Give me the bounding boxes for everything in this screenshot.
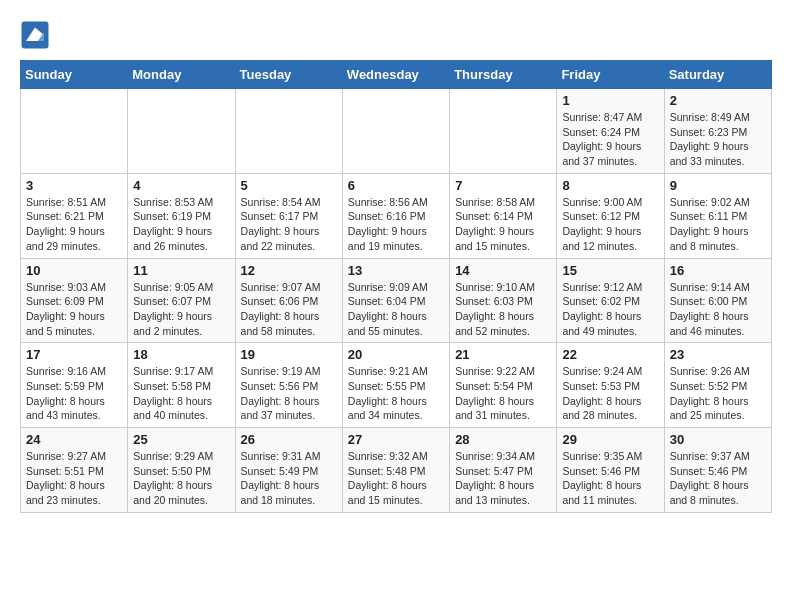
calendar-cell: 26Sunrise: 9:31 AM Sunset: 5:49 PM Dayli… bbox=[235, 428, 342, 513]
day-info: Sunrise: 9:19 AM Sunset: 5:56 PM Dayligh… bbox=[241, 364, 337, 423]
calendar-cell: 15Sunrise: 9:12 AM Sunset: 6:02 PM Dayli… bbox=[557, 258, 664, 343]
day-number: 27 bbox=[348, 432, 444, 447]
calendar-cell: 18Sunrise: 9:17 AM Sunset: 5:58 PM Dayli… bbox=[128, 343, 235, 428]
calendar-week-row: 1Sunrise: 8:47 AM Sunset: 6:24 PM Daylig… bbox=[21, 89, 772, 174]
day-info: Sunrise: 9:09 AM Sunset: 6:04 PM Dayligh… bbox=[348, 280, 444, 339]
calendar-cell: 3Sunrise: 8:51 AM Sunset: 6:21 PM Daylig… bbox=[21, 173, 128, 258]
day-number: 3 bbox=[26, 178, 122, 193]
weekday-header: Saturday bbox=[664, 61, 771, 89]
day-number: 21 bbox=[455, 347, 551, 362]
calendar-week-row: 3Sunrise: 8:51 AM Sunset: 6:21 PM Daylig… bbox=[21, 173, 772, 258]
calendar-cell: 1Sunrise: 8:47 AM Sunset: 6:24 PM Daylig… bbox=[557, 89, 664, 174]
calendar-cell bbox=[342, 89, 449, 174]
calendar-cell: 6Sunrise: 8:56 AM Sunset: 6:16 PM Daylig… bbox=[342, 173, 449, 258]
day-info: Sunrise: 9:16 AM Sunset: 5:59 PM Dayligh… bbox=[26, 364, 122, 423]
day-info: Sunrise: 8:49 AM Sunset: 6:23 PM Dayligh… bbox=[670, 110, 766, 169]
day-number: 13 bbox=[348, 263, 444, 278]
logo bbox=[20, 20, 54, 50]
calendar-cell: 28Sunrise: 9:34 AM Sunset: 5:47 PM Dayli… bbox=[450, 428, 557, 513]
weekday-header: Wednesday bbox=[342, 61, 449, 89]
calendar-cell: 10Sunrise: 9:03 AM Sunset: 6:09 PM Dayli… bbox=[21, 258, 128, 343]
day-number: 29 bbox=[562, 432, 658, 447]
day-number: 9 bbox=[670, 178, 766, 193]
calendar-cell: 25Sunrise: 9:29 AM Sunset: 5:50 PM Dayli… bbox=[128, 428, 235, 513]
calendar-cell: 11Sunrise: 9:05 AM Sunset: 6:07 PM Dayli… bbox=[128, 258, 235, 343]
day-info: Sunrise: 8:53 AM Sunset: 6:19 PM Dayligh… bbox=[133, 195, 229, 254]
weekday-header: Tuesday bbox=[235, 61, 342, 89]
day-info: Sunrise: 9:32 AM Sunset: 5:48 PM Dayligh… bbox=[348, 449, 444, 508]
day-info: Sunrise: 9:00 AM Sunset: 6:12 PM Dayligh… bbox=[562, 195, 658, 254]
day-number: 8 bbox=[562, 178, 658, 193]
day-info: Sunrise: 9:14 AM Sunset: 6:00 PM Dayligh… bbox=[670, 280, 766, 339]
day-number: 16 bbox=[670, 263, 766, 278]
calendar-cell: 2Sunrise: 8:49 AM Sunset: 6:23 PM Daylig… bbox=[664, 89, 771, 174]
day-number: 4 bbox=[133, 178, 229, 193]
day-number: 25 bbox=[133, 432, 229, 447]
day-info: Sunrise: 8:51 AM Sunset: 6:21 PM Dayligh… bbox=[26, 195, 122, 254]
weekday-header: Monday bbox=[128, 61, 235, 89]
day-info: Sunrise: 8:47 AM Sunset: 6:24 PM Dayligh… bbox=[562, 110, 658, 169]
day-info: Sunrise: 9:35 AM Sunset: 5:46 PM Dayligh… bbox=[562, 449, 658, 508]
day-info: Sunrise: 9:12 AM Sunset: 6:02 PM Dayligh… bbox=[562, 280, 658, 339]
day-number: 23 bbox=[670, 347, 766, 362]
weekday-header: Friday bbox=[557, 61, 664, 89]
page-header bbox=[20, 20, 772, 50]
day-number: 6 bbox=[348, 178, 444, 193]
day-number: 2 bbox=[670, 93, 766, 108]
day-info: Sunrise: 9:37 AM Sunset: 5:46 PM Dayligh… bbox=[670, 449, 766, 508]
day-number: 7 bbox=[455, 178, 551, 193]
calendar-cell: 14Sunrise: 9:10 AM Sunset: 6:03 PM Dayli… bbox=[450, 258, 557, 343]
day-info: Sunrise: 9:03 AM Sunset: 6:09 PM Dayligh… bbox=[26, 280, 122, 339]
calendar-week-row: 10Sunrise: 9:03 AM Sunset: 6:09 PM Dayli… bbox=[21, 258, 772, 343]
calendar-table: SundayMondayTuesdayWednesdayThursdayFrid… bbox=[20, 60, 772, 513]
day-info: Sunrise: 9:34 AM Sunset: 5:47 PM Dayligh… bbox=[455, 449, 551, 508]
calendar-body: 1Sunrise: 8:47 AM Sunset: 6:24 PM Daylig… bbox=[21, 89, 772, 513]
day-info: Sunrise: 9:27 AM Sunset: 5:51 PM Dayligh… bbox=[26, 449, 122, 508]
calendar-cell: 22Sunrise: 9:24 AM Sunset: 5:53 PM Dayli… bbox=[557, 343, 664, 428]
calendar-cell: 4Sunrise: 8:53 AM Sunset: 6:19 PM Daylig… bbox=[128, 173, 235, 258]
calendar-cell: 29Sunrise: 9:35 AM Sunset: 5:46 PM Dayli… bbox=[557, 428, 664, 513]
day-info: Sunrise: 8:56 AM Sunset: 6:16 PM Dayligh… bbox=[348, 195, 444, 254]
weekday-header: Sunday bbox=[21, 61, 128, 89]
weekday-row: SundayMondayTuesdayWednesdayThursdayFrid… bbox=[21, 61, 772, 89]
calendar-cell: 5Sunrise: 8:54 AM Sunset: 6:17 PM Daylig… bbox=[235, 173, 342, 258]
day-info: Sunrise: 9:29 AM Sunset: 5:50 PM Dayligh… bbox=[133, 449, 229, 508]
day-number: 14 bbox=[455, 263, 551, 278]
calendar-cell: 30Sunrise: 9:37 AM Sunset: 5:46 PM Dayli… bbox=[664, 428, 771, 513]
calendar-cell: 9Sunrise: 9:02 AM Sunset: 6:11 PM Daylig… bbox=[664, 173, 771, 258]
day-number: 12 bbox=[241, 263, 337, 278]
day-info: Sunrise: 9:26 AM Sunset: 5:52 PM Dayligh… bbox=[670, 364, 766, 423]
day-number: 28 bbox=[455, 432, 551, 447]
calendar-header: SundayMondayTuesdayWednesdayThursdayFrid… bbox=[21, 61, 772, 89]
day-info: Sunrise: 9:22 AM Sunset: 5:54 PM Dayligh… bbox=[455, 364, 551, 423]
calendar-cell: 19Sunrise: 9:19 AM Sunset: 5:56 PM Dayli… bbox=[235, 343, 342, 428]
calendar-cell bbox=[128, 89, 235, 174]
calendar-cell: 27Sunrise: 9:32 AM Sunset: 5:48 PM Dayli… bbox=[342, 428, 449, 513]
calendar-cell: 16Sunrise: 9:14 AM Sunset: 6:00 PM Dayli… bbox=[664, 258, 771, 343]
calendar-cell: 7Sunrise: 8:58 AM Sunset: 6:14 PM Daylig… bbox=[450, 173, 557, 258]
day-number: 30 bbox=[670, 432, 766, 447]
day-number: 24 bbox=[26, 432, 122, 447]
day-number: 19 bbox=[241, 347, 337, 362]
day-number: 5 bbox=[241, 178, 337, 193]
calendar-cell: 21Sunrise: 9:22 AM Sunset: 5:54 PM Dayli… bbox=[450, 343, 557, 428]
day-number: 20 bbox=[348, 347, 444, 362]
day-number: 22 bbox=[562, 347, 658, 362]
day-number: 26 bbox=[241, 432, 337, 447]
day-number: 10 bbox=[26, 263, 122, 278]
calendar-cell: 8Sunrise: 9:00 AM Sunset: 6:12 PM Daylig… bbox=[557, 173, 664, 258]
day-info: Sunrise: 9:17 AM Sunset: 5:58 PM Dayligh… bbox=[133, 364, 229, 423]
weekday-header: Thursday bbox=[450, 61, 557, 89]
calendar-cell: 12Sunrise: 9:07 AM Sunset: 6:06 PM Dayli… bbox=[235, 258, 342, 343]
day-number: 1 bbox=[562, 93, 658, 108]
day-info: Sunrise: 9:24 AM Sunset: 5:53 PM Dayligh… bbox=[562, 364, 658, 423]
day-number: 15 bbox=[562, 263, 658, 278]
calendar-week-row: 24Sunrise: 9:27 AM Sunset: 5:51 PM Dayli… bbox=[21, 428, 772, 513]
day-number: 17 bbox=[26, 347, 122, 362]
day-info: Sunrise: 9:02 AM Sunset: 6:11 PM Dayligh… bbox=[670, 195, 766, 254]
day-info: Sunrise: 8:54 AM Sunset: 6:17 PM Dayligh… bbox=[241, 195, 337, 254]
calendar-cell: 20Sunrise: 9:21 AM Sunset: 5:55 PM Dayli… bbox=[342, 343, 449, 428]
day-number: 11 bbox=[133, 263, 229, 278]
day-info: Sunrise: 9:07 AM Sunset: 6:06 PM Dayligh… bbox=[241, 280, 337, 339]
calendar-cell: 17Sunrise: 9:16 AM Sunset: 5:59 PM Dayli… bbox=[21, 343, 128, 428]
